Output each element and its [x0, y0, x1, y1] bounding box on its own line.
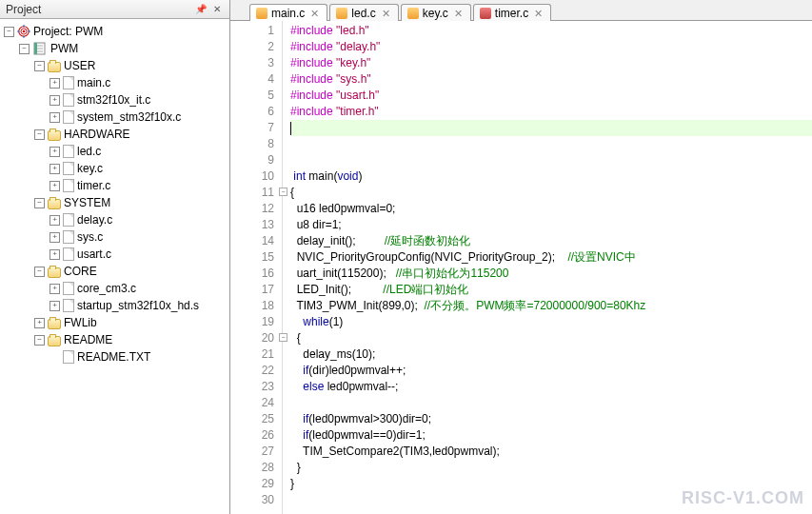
file-README-TXT[interactable]: README.TXT [0, 348, 229, 366]
pin-icon[interactable]: 📌 [194, 3, 208, 16]
code-line[interactable]: delay_ms(10); [290, 346, 812, 363]
code-line[interactable]: #include "timer.h" [290, 104, 812, 120]
line-number: 4 [230, 71, 282, 88]
code-line[interactable]: #include "led.h" [290, 23, 812, 39]
code-editor[interactable]: #include "led.h"#include "delay.h"#inclu… [283, 21, 812, 514]
tab-key-c[interactable]: key.c✕ [401, 4, 471, 21]
code-line[interactable]: delay_init(); //延时函数初始化 [290, 233, 812, 249]
group-system[interactable]: −SYSTEM [0, 194, 229, 211]
code-line[interactable]: TIM3_PWM_Init(899,0); //不分频。PWM频率=720000… [290, 298, 812, 314]
code-line[interactable]: else led0pwmval--; [290, 379, 812, 395]
code-line[interactable]: LED_Init(); //LED端口初始化 [290, 282, 812, 298]
tree-toggle[interactable]: + [50, 78, 60, 89]
file-sys-c[interactable]: +sys.c [0, 228, 229, 246]
code-line[interactable]: u8 dir=1; [290, 217, 812, 233]
code-line[interactable] [290, 136, 812, 152]
tree-toggle[interactable]: + [50, 232, 60, 243]
code-line[interactable]: } [290, 460, 812, 476]
tab-close-icon[interactable]: ✕ [382, 8, 390, 20]
group-user[interactable]: −USER [0, 57, 229, 74]
tree-toggle[interactable]: − [34, 198, 45, 208]
tab-timer-c[interactable]: timer.c✕ [473, 4, 551, 21]
code-line[interactable]: int main(void) [290, 168, 812, 185]
tree-toggle[interactable]: + [50, 112, 60, 123]
tree-toggle[interactable]: − [4, 27, 14, 37]
code-line[interactable]: if(dir)led0pwmval++; [290, 363, 812, 379]
file-icon [63, 76, 74, 89]
tree-toggle[interactable]: + [50, 215, 60, 226]
project-panel: Project 📌 ✕ −Project: PWM−PWM−USER+main.… [0, 0, 230, 514]
code-line[interactable]: { [290, 185, 812, 201]
file-system_stm32f10x-c[interactable]: +system_stm32f10x.c [0, 109, 229, 126]
line-number: 6 [230, 104, 282, 120]
project-tree[interactable]: −Project: PWM−PWM−USER+main.c+stm32f10x_… [0, 19, 229, 514]
line-number: 20− [230, 330, 282, 346]
file-core_cm3-c[interactable]: +core_cm3.c [0, 280, 229, 297]
code-line[interactable] [290, 395, 812, 411]
file-key-c[interactable]: +key.c [0, 160, 229, 177]
file-icon [407, 8, 419, 19]
group-core[interactable]: −CORE [0, 263, 229, 280]
file-timer-c[interactable]: +timer.c [0, 177, 229, 194]
project-root[interactable]: −Project: PWM [0, 23, 229, 40]
code-line[interactable]: NVIC_PriorityGroupConfig(NVIC_PriorityGr… [290, 249, 812, 266]
code-line[interactable] [290, 152, 812, 168]
tree-toggle[interactable]: + [50, 181, 60, 191]
code-line[interactable]: #include "delay.h" [290, 39, 812, 55]
tab-main-c[interactable]: main.c✕ [249, 4, 327, 21]
code-line[interactable]: if(led0pwmval>300)dir=0; [290, 411, 812, 427]
tree-label: sys.c [77, 230, 103, 244]
tree-toggle[interactable]: − [34, 61, 45, 71]
close-icon[interactable]: ✕ [210, 3, 224, 16]
tree-toggle[interactable]: + [50, 301, 60, 311]
code-line[interactable] [290, 120, 812, 136]
tab-led-c[interactable]: led.c✕ [329, 4, 398, 21]
file-startup_stm32f10x_hd-s[interactable]: +startup_stm32f10x_hd.s [0, 297, 229, 314]
tree-toggle[interactable]: − [34, 129, 45, 140]
target-node[interactable]: −PWM [0, 40, 229, 57]
tree-toggle[interactable]: + [34, 318, 45, 328]
fold-icon[interactable]: − [279, 333, 287, 342]
tree-label: Project: PWM [33, 25, 103, 38]
file-stm32f10x_it-c[interactable]: +stm32f10x_it.c [0, 91, 229, 109]
code-line[interactable]: if(led0pwmval==0)dir=1; [290, 427, 812, 444]
file-usart-c[interactable]: +usart.c [0, 246, 229, 263]
tree-toggle[interactable]: − [34, 335, 45, 346]
code-line[interactable]: while(1) [290, 314, 812, 330]
file-delay-c[interactable]: +delay.c [0, 211, 229, 228]
folder-icon [48, 336, 61, 346]
code-line[interactable]: #include "sys.h" [290, 71, 812, 88]
file-main-c[interactable]: +main.c [0, 74, 229, 91]
tree-toggle[interactable]: + [50, 284, 60, 294]
group-hardware[interactable]: −HARDWARE [0, 126, 229, 143]
tree-toggle[interactable]: + [50, 95, 60, 106]
tree-toggle[interactable]: − [34, 267, 45, 277]
code-line[interactable]: { [290, 330, 812, 346]
group-readme[interactable]: −README [0, 331, 229, 348]
code-line[interactable]: #include "usart.h" [290, 88, 812, 104]
tree-toggle[interactable]: − [19, 44, 30, 54]
tree-label: main.c [77, 76, 110, 89]
tree-toggle[interactable]: + [50, 147, 60, 157]
code-line[interactable]: u16 led0pwmval=0; [290, 201, 812, 217]
line-number: 25 [230, 411, 282, 427]
editor-area: main.c✕led.c✕key.c✕timer.c✕ 123456789101… [230, 0, 812, 514]
fold-icon[interactable]: − [279, 188, 287, 196]
tab-close-icon[interactable]: ✕ [534, 8, 543, 20]
tree-toggle[interactable]: + [50, 249, 60, 260]
tree-label: CORE [64, 265, 97, 278]
code-line[interactable]: uart_init(115200); //串口初始化为115200 [290, 266, 812, 282]
tree-toggle[interactable]: + [50, 164, 60, 174]
code-line[interactable]: TIM_SetCompare2(TIM3,led0pwmval); [290, 444, 812, 460]
line-number: 29 [230, 476, 282, 492]
line-number: 17 [230, 282, 282, 298]
code-line[interactable]: #include "key.h" [290, 55, 812, 71]
file-led-c[interactable]: +led.c [0, 143, 229, 160]
target-icon [17, 25, 30, 38]
group-fwlib[interactable]: +FWLib [0, 314, 229, 331]
tab-close-icon[interactable]: ✕ [310, 8, 319, 20]
tree-label: usart.c [77, 247, 111, 261]
tab-label: led.c [351, 7, 375, 20]
tab-close-icon[interactable]: ✕ [454, 8, 463, 20]
book-icon [32, 41, 48, 56]
